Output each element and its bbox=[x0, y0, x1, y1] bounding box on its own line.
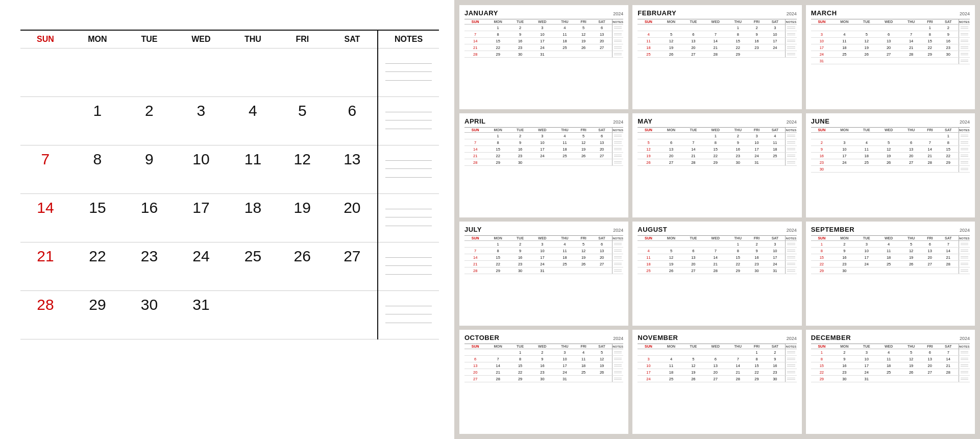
mini-day-cell: 19 bbox=[638, 153, 659, 159]
mini-header: SUN bbox=[464, 344, 486, 349]
mini-day-cell: 31 bbox=[530, 267, 554, 274]
main-day-cell: 12 bbox=[278, 145, 327, 194]
mini-day-cell: 10 bbox=[530, 139, 554, 146]
mini-day-cell: 16 bbox=[748, 254, 765, 261]
mini-calendar: JULY2024SUNMONTUEWEDTHUFRISATNOTES123456… bbox=[459, 222, 628, 326]
mini-day-cell bbox=[748, 51, 765, 58]
mini-day-cell: 7 bbox=[464, 31, 486, 38]
mini-day-cell: 17 bbox=[554, 362, 575, 369]
mini-day-cell: 27 bbox=[592, 44, 612, 51]
mini-day-cell bbox=[683, 25, 703, 31]
mini-day-cell: 21 bbox=[938, 254, 959, 261]
mini-day-cell: 19 bbox=[683, 369, 703, 376]
mini-day-cell: 23 bbox=[832, 261, 856, 267]
mini-day-cell: 12 bbox=[659, 254, 683, 261]
mini-day-cell: 4 bbox=[765, 133, 786, 139]
main-day-cell: 13 bbox=[327, 145, 378, 194]
mini-day-cell bbox=[877, 58, 901, 64]
mini-header: SUN bbox=[638, 19, 659, 25]
mini-day-cell bbox=[554, 51, 575, 58]
mini-header: FRI bbox=[575, 344, 592, 349]
mini-day-cell: 26 bbox=[659, 267, 683, 274]
mini-day-cell: 18 bbox=[877, 362, 901, 369]
mini-day-cell: 30 bbox=[748, 267, 765, 274]
mini-day-cell: 29 bbox=[510, 376, 530, 382]
mini-day-cell: 29 bbox=[922, 51, 938, 58]
mini-day-cell: 3 bbox=[765, 25, 786, 31]
mini-header: TUE bbox=[510, 19, 530, 25]
mini-day-cell: 1 bbox=[748, 349, 765, 356]
mini-day-cell: 22 bbox=[748, 369, 765, 376]
mini-calendar: SEPTEMBER2024SUNMONTUEWEDTHUFRISATNOTES1… bbox=[806, 222, 975, 326]
mini-notes-cell bbox=[959, 349, 970, 356]
main-day-cell: 27 bbox=[327, 242, 378, 291]
mini-day-cell: 21 bbox=[464, 44, 486, 51]
mini-day-cell: 12 bbox=[575, 31, 592, 38]
mini-day-cell: 17 bbox=[638, 369, 659, 376]
mini-day-cell bbox=[575, 159, 592, 166]
mini-day-cell: 7 bbox=[703, 31, 727, 38]
mini-header: SAT bbox=[765, 344, 786, 349]
mini-day-cell: 11 bbox=[877, 356, 901, 362]
mini-header: THU bbox=[554, 344, 575, 349]
mini-day-cell: 4 bbox=[554, 25, 575, 31]
mini-day-cell: 21 bbox=[464, 153, 486, 159]
mini-notes-cell bbox=[959, 25, 970, 31]
mini-day-cell: 16 bbox=[510, 38, 530, 44]
mini-day-cell: 21 bbox=[703, 44, 727, 51]
mini-cal-header: NOVEMBER2024 bbox=[638, 334, 796, 342]
mini-day-cell: 26 bbox=[877, 159, 901, 166]
mini-day-cell: 21 bbox=[683, 153, 703, 159]
mini-day-cell: 2 bbox=[510, 241, 530, 248]
mini-day-cell: 6 bbox=[592, 133, 612, 139]
mini-day-cell: 9 bbox=[510, 31, 530, 38]
mini-day-cell: 21 bbox=[727, 369, 748, 376]
mini-day-cell: 10 bbox=[638, 362, 659, 369]
mini-day-cell: 15 bbox=[727, 38, 748, 44]
mini-notes-cell bbox=[612, 241, 623, 248]
mini-notes-cell bbox=[612, 139, 623, 146]
mini-year: 2024 bbox=[613, 228, 623, 233]
mini-day-cell: 14 bbox=[464, 38, 486, 44]
mini-day-cell: 6 bbox=[922, 349, 938, 356]
mini-calendar: JUNE2024SUNMONTUEWEDTHUFRISATNOTES123456… bbox=[806, 113, 975, 217]
mini-day-cell: 24 bbox=[856, 261, 877, 267]
mini-header: THU bbox=[554, 236, 575, 241]
mini-day-cell: 4 bbox=[638, 31, 659, 38]
mini-day-cell: 16 bbox=[938, 38, 959, 44]
mini-header: NOTES bbox=[786, 344, 797, 349]
mini-day-cell bbox=[592, 267, 612, 274]
mini-day-cell bbox=[464, 241, 486, 248]
mini-day-cell bbox=[592, 51, 612, 58]
mini-day-cell: 17 bbox=[530, 38, 554, 44]
mini-day-cell: 31 bbox=[554, 376, 575, 382]
mini-calendar: AUGUST2024SUNMONTUEWEDTHUFRISATNOTES1234… bbox=[632, 222, 801, 326]
mini-day-cell: 25 bbox=[554, 44, 575, 51]
mini-day-cell: 11 bbox=[554, 139, 575, 146]
mini-day-cell: 14 bbox=[703, 254, 727, 261]
mini-day-cell: 9 bbox=[938, 31, 959, 38]
mini-day-cell: 10 bbox=[832, 146, 856, 153]
mini-month-name: OCTOBER bbox=[464, 334, 499, 342]
mini-day-cell: 4 bbox=[877, 349, 901, 356]
mini-notes-cell bbox=[612, 153, 623, 159]
mini-month-name: DECEMBER bbox=[811, 334, 851, 342]
mini-cal-header: APRIL2024 bbox=[464, 117, 623, 125]
mini-day-cell: 31 bbox=[748, 159, 765, 166]
mini-day-cell: 17 bbox=[856, 362, 877, 369]
mini-day-cell: 23 bbox=[938, 44, 959, 51]
mini-day-cell: 26 bbox=[900, 261, 921, 267]
mini-day-cell: 3 bbox=[554, 349, 575, 356]
mini-day-cell bbox=[765, 159, 786, 166]
mini-header: FRI bbox=[922, 19, 938, 25]
mini-day-cell: 17 bbox=[811, 44, 832, 51]
mini-header: TUE bbox=[856, 236, 877, 241]
mini-notes-cell bbox=[612, 376, 623, 382]
mini-header: FRI bbox=[575, 128, 592, 133]
mini-day-cell: 5 bbox=[575, 25, 592, 31]
mini-day-cell: 15 bbox=[510, 362, 530, 369]
mini-notes-cell bbox=[612, 146, 623, 153]
mini-notes-cell bbox=[612, 349, 623, 356]
mini-day-cell: 5 bbox=[683, 356, 703, 362]
mini-day-cell: 22 bbox=[811, 261, 832, 267]
